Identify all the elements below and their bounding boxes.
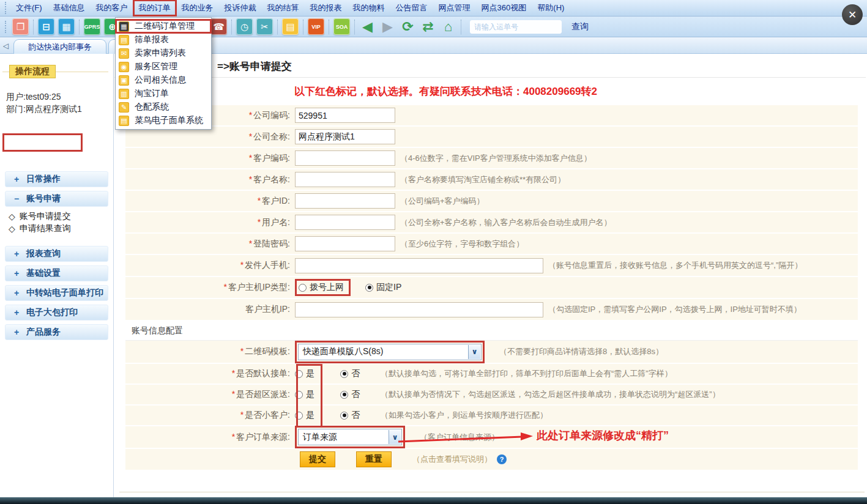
company-name-input[interactable] [295,129,395,144]
forward-arrow-icon[interactable]: ▶ [379,18,396,35]
out-of-area-yes-option[interactable]: 是 [295,389,314,400]
waybill-search-input[interactable] [470,20,562,34]
menu-file[interactable]: 文件(F) [10,0,48,16]
back-arrow-icon[interactable]: ◀ [359,18,376,35]
menu-help[interactable]: 帮助(H) [532,0,570,16]
radio-icon-selected [340,370,348,378]
swap-arrows-icon[interactable]: ⇄ [420,18,436,35]
small-customer-yes-option[interactable]: 是 [295,410,314,421]
gauge-icon[interactable]: ◷ [236,18,253,35]
dialup-radio-option[interactable]: 拨号上网 [299,282,344,293]
out-of-area-no-option[interactable]: 否 [340,389,360,400]
copy-icon[interactable]: ❐ [12,18,29,35]
expand-icon: + [13,269,20,278]
close-button[interactable]: ✕ [842,4,863,25]
field-hint: （不需要打印商品详情请选择8，默认选择8s） [499,346,663,357]
soa-icon[interactable]: SOA [333,18,350,35]
customer-code-input[interactable] [295,150,395,166]
menu-basic-info[interactable]: 基础信息 [48,0,91,16]
qr-template-select[interactable]: 快递面单模版八S(8s) ∨ [298,344,482,360]
sidebar-item-application-result-query[interactable]: ◇ 申请结果查询 [9,223,108,235]
printer-icon[interactable]: ⊟ [38,18,54,35]
menu-item-label: 公司相关信息 [135,75,186,86]
reset-button[interactable]: 重置 [356,451,392,467]
form-row-password: 登陆密码: （至少6位字符，字母和数字组合） [125,234,858,255]
toolbar-separator [461,20,461,34]
menu-my-customers[interactable]: 我的客户 [91,0,133,16]
field-label: 公司全称: [253,132,290,141]
menu-branch-360[interactable]: 网点360视图 [476,0,532,16]
tab-scroll-left-icon[interactable]: ◁ [3,42,9,50]
sender-phone-input[interactable] [295,258,543,273]
field-hint: （客户名称要填写淘宝店铺全称或**有限公司） [400,174,565,185]
menu-item-label: 卖家申请列表 [135,48,186,59]
menu-item-warehouse-system[interactable]: ✎ 仓配系统 [116,100,211,114]
form-row-qr-template: 二维码模板: 快递面单模版八S(8s) ∨ （不需要打印商品详情请选择8，默认选… [125,341,858,364]
submit-button[interactable]: 提交 [300,451,335,467]
default-accept-yes-option[interactable]: 是 [295,368,314,379]
vip-icon[interactable]: VIP [308,18,324,35]
radio-icon [295,391,303,399]
password-input[interactable] [295,236,395,251]
menu-item-taobao-orders[interactable]: ▥ 淘宝订单 [116,87,211,100]
document-icon[interactable]: ▤ [282,18,299,35]
sidebar-item-electronic-bag-print[interactable]: + 电子大包打印 [5,305,108,321]
form-row-out-of-area: 是否超区派送: 是 否 （默认接单为否情况下，勾选超区派送，勾选之后超区件接单成… [125,385,858,406]
menu-my-materials[interactable]: 我的物料 [348,0,390,16]
menu-item-company-info[interactable]: ▣ 公司相关信息 [116,73,211,87]
field-label: 客户名称: [253,174,290,184]
sidebar-item-daily-operations[interactable]: + 日常操作 [5,171,108,187]
company-code-input[interactable] [295,108,395,123]
home-icon[interactable]: ⌂ [440,18,456,35]
username-input[interactable] [295,215,395,230]
sidebar-item-report-query[interactable]: + 报表查询 [5,246,108,262]
collapse-icon: − [13,194,20,204]
help-icon[interactable]: ? [497,454,507,464]
menu-item-screening-report[interactable]: ▤ 筛单报表 [116,33,211,46]
query-button[interactable]: 查询 [568,20,592,34]
sidebar-item-account-application[interactable]: − 账号申请 [5,191,108,207]
customer-id-input[interactable] [295,193,395,209]
highlight-box-order-source: 订单来源 ∨ [295,426,405,448]
host-ip-input[interactable] [295,302,543,317]
field-hint: （默认接单为否情况下，勾选超区派送，勾选之后超区件接单成功，接单状态说明为“超区… [381,389,720,400]
refresh-icon[interactable]: ⟳ [400,18,416,35]
menu-item-seller-application-list[interactable]: ✉ 卖家申请列表 [116,46,211,60]
field-hint: （4-6位数字，需在VIP客户管理系统中添加客户信息） [400,153,592,164]
gprs-icon[interactable]: GPRS [84,18,100,35]
customer-name-input[interactable] [295,172,395,187]
field-label: 发件人手机: [245,260,290,270]
tab-yunda-internal[interactable]: 韵达快递内部事务 [13,39,106,54]
menu-my-orders[interactable]: 我的订单 [133,0,176,16]
menu-branch-management[interactable]: 网点管理 [433,0,476,16]
phone-icon[interactable]: ☎ [210,18,227,35]
expand-icon: + [13,308,20,317]
expand-icon: + [13,174,20,184]
sidebar-item-account-application-submit[interactable]: ◇ 账号申请提交 [9,210,108,223]
sidebar-item-product-services[interactable]: + 产品服务 [5,324,108,340]
scissors-icon[interactable]: ✂ [256,18,273,35]
sidebar-item-basic-settings[interactable]: + 基础设置 [5,265,108,281]
order-source-select[interactable]: 订单来源 ∨ [298,429,402,445]
field-hint: （账号信息重置后，接收账号信息，多个手机号码用英文的逗号“,”隔开） [548,260,802,271]
menu-my-settlement[interactable]: 我的结算 [262,0,305,16]
menu-complaints[interactable]: 投诉仲裁 [219,0,262,16]
default-accept-no-option[interactable]: 否 [340,368,360,379]
small-customer-no-option[interactable]: 否 [340,410,360,421]
fixed-ip-radio-option[interactable]: 固定IP [365,282,401,293]
menu-my-reports[interactable]: 我的报表 [305,0,348,16]
field-label: 客户编码: [253,153,290,163]
menu-item-service-area-management[interactable]: ◉ 服务区管理 [116,60,211,73]
menu-item-qr-order-management[interactable]: ▦ 二维码订单管理 [116,20,211,33]
menu-my-business[interactable]: 我的业务 [176,0,219,16]
bottom-status-bar [0,497,867,504]
radio-icon-selected [365,284,373,292]
account-form: 公司编码: 公司全称: 客户编码: （4-6位数字，需在VIP客户管理系统中添加… [125,105,858,471]
taobao-order-icon: ▥ [119,89,129,99]
form-row-company-name: 公司全称: [125,127,858,148]
highlight-box-template: 快递面单模版八S(8s) ∨ [295,341,485,363]
menu-item-cainiao-waybill-system[interactable]: ▤ 菜鸟电子面单系统 [116,114,211,127]
sidebar-item-transfer-station-waybill-print[interactable]: + 中转站电子面单打印 [5,285,108,301]
menu-announcements[interactable]: 公告留言 [390,0,433,16]
grid-icon[interactable]: ▦ [58,18,75,35]
